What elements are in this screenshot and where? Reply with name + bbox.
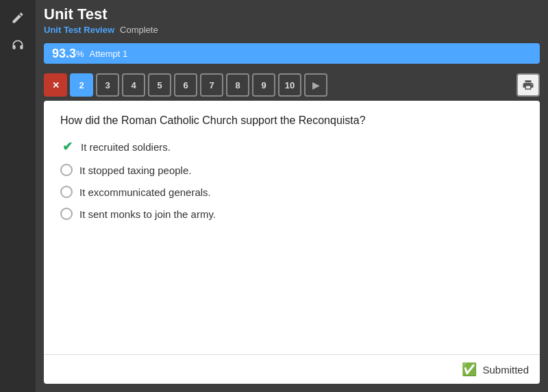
breadcrumb-current: Complete [120, 25, 158, 35]
question-nav: ✕ 2 3 4 5 6 7 8 9 10 ▶ [36, 69, 548, 101]
question-area: How did the Roman Catholic Church suppor… [44, 101, 540, 354]
answer-option-3: It excommunicated generals. [60, 186, 523, 198]
pencil-icon[interactable] [5, 5, 30, 30]
sidebar [0, 0, 36, 392]
answer-text-3: It excommunicated generals. [79, 186, 211, 198]
answer-text-2: It stopped taxing people. [79, 164, 191, 176]
header: Unit Test Unit Test Review Complete [36, 0, 548, 38]
nav-btn-8[interactable]: 8 [226, 73, 249, 97]
page-title: Unit Test [44, 5, 540, 23]
nav-btn-5[interactable]: 5 [148, 73, 171, 97]
radio-3 [60, 186, 73, 198]
progress-bar: 93.3 % Attempt 1 [44, 43, 540, 64]
nav-btn-wrong[interactable]: ✕ [44, 73, 67, 97]
progress-score: 93.3 [52, 47, 76, 61]
answer-text-1: It recruited soldiers. [81, 141, 171, 153]
answer-option-1: ✔ It recruited soldiers. [60, 139, 523, 154]
print-button[interactable] [516, 73, 540, 97]
main-area: Unit Test Unit Test Review Complete 93.3… [36, 0, 548, 392]
submitted-label: Submitted [482, 364, 529, 376]
content-footer: ✅ Submitted [44, 354, 540, 384]
submitted-check-icon: ✅ [462, 362, 477, 377]
radio-4 [60, 208, 73, 220]
progress-attempt-label: Attempt 1 [90, 49, 128, 59]
nav-btn-9[interactable]: 9 [252, 73, 275, 97]
radio-2 [60, 164, 73, 176]
breadcrumb: Unit Test Review Complete [44, 25, 540, 35]
nav-btn-10[interactable]: 10 [278, 73, 301, 97]
answer-text-4: It sent monks to join the army. [79, 208, 216, 220]
content-panel: How did the Roman Catholic Church suppor… [44, 101, 540, 384]
headphone-icon[interactable] [5, 33, 30, 58]
nav-btn-2[interactable]: 2 [70, 73, 93, 97]
nav-btn-next[interactable]: ▶ [304, 73, 327, 97]
nav-btn-4[interactable]: 4 [122, 73, 145, 97]
correct-check-icon: ✔ [60, 139, 74, 154]
nav-btn-7[interactable]: 7 [200, 73, 223, 97]
nav-btn-6[interactable]: 6 [174, 73, 197, 97]
question-text: How did the Roman Catholic Church suppor… [60, 114, 523, 127]
nav-btn-3[interactable]: 3 [96, 73, 119, 97]
answer-option-2: It stopped taxing people. [60, 164, 523, 176]
breadcrumb-link[interactable]: Unit Test Review [44, 25, 114, 35]
progress-percent-symbol: % [76, 49, 84, 59]
answer-option-4: It sent monks to join the army. [60, 208, 523, 220]
